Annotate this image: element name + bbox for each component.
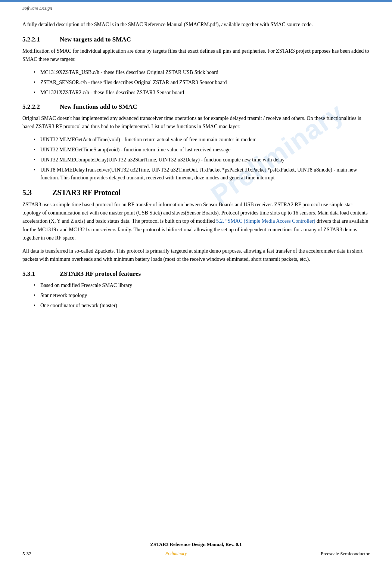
section-5222-number: 5.2.2.2 (22, 103, 60, 111)
section-link[interactable]: 5.2, “SMAC (Simple Media Access Controll… (216, 218, 315, 224)
footer-left: 5-32 (22, 551, 31, 557)
section-5221-paragraph: Modification of SMAC for individual appl… (22, 47, 370, 64)
header-section: Software Design (0, 2, 392, 13)
section-5221-number: 5.2.2.1 (22, 36, 60, 43)
section-5222-paragraph: Original SMAC doesn't has implemented an… (22, 114, 370, 131)
list-item: Based on modified Freescale SMAC library (34, 281, 370, 289)
section-531-title: ZSTAR3 RF protocol features (60, 270, 141, 278)
section-5222-title: New functions add to SMAC (60, 103, 137, 111)
section-5221-heading: 5.2.2.1 New targets add to SMAC (22, 36, 370, 43)
list-item: MC1319XZSTAR_USB.c/h - these files descr… (34, 68, 370, 76)
section-53-paragraph2: All data is transferred in so-called Zpa… (22, 247, 370, 264)
section-531-bullets: Based on modified Freescale SMAC library… (34, 281, 370, 309)
list-item: UINT8 MLMEDelayTransceiver(UINT32 u32Tim… (34, 166, 370, 182)
section-53-number: 5.3 (22, 188, 52, 197)
section-531-heading: 5.3.1 ZSTAR3 RF protocol features (22, 270, 370, 278)
section-531-number: 5.3.1 (22, 270, 60, 278)
list-item: One coordinator of network (master) (34, 302, 370, 309)
section-53-paragraph1: ZSTAR3 uses a simple time based protocol… (22, 201, 370, 243)
footer-bottom: 5-32 Preliminary Freescale Semiconductor (0, 549, 392, 557)
page: Software Design Preliminary A fully deta… (0, 0, 392, 568)
section-53-heading: 5.3 ZSTAR3 RF Protocol (22, 188, 370, 197)
footer-prelim: Preliminary (165, 551, 187, 557)
footer-title: ZSTAR3 Reference Design Manual, Rev. 0.1 (0, 541, 392, 547)
intro-paragraph: A fully detailed description of the SMAC… (22, 21, 370, 28)
header-label: Software Design (22, 6, 52, 11)
list-item: MC1321XZSTAR2.c/h - these files describe… (34, 89, 370, 96)
section-5222-heading: 5.2.2.2 New functions add to SMAC (22, 103, 370, 111)
section-5221-bullets: MC1319XZSTAR_USB.c/h - these files descr… (34, 68, 370, 96)
section-5222-bullets: UINT32 MLMEGetActualTime(void) - functio… (34, 136, 370, 182)
list-item: UINT32 MLMEGetTimeStamp(void) - function… (34, 146, 370, 154)
footer: ZSTAR3 Reference Design Manual, Rev. 0.1… (0, 541, 392, 557)
list-item: ZSTAR_SENSOR.c/h - these files describes… (34, 78, 370, 86)
content: A fully detailed description of the SMAC… (0, 13, 392, 322)
footer-right: Freescale Semiconductor (321, 551, 370, 557)
list-item: UINT32 MLMEComputeDelay(UINT32 u32StartT… (34, 156, 370, 164)
list-item: UINT32 MLMEGetActualTime(void) - functio… (34, 136, 370, 143)
list-item: Star network topology (34, 291, 370, 299)
section-5221-title: New targets add to SMAC (60, 36, 131, 43)
section-53-title: ZSTAR3 RF Protocol (52, 188, 121, 197)
